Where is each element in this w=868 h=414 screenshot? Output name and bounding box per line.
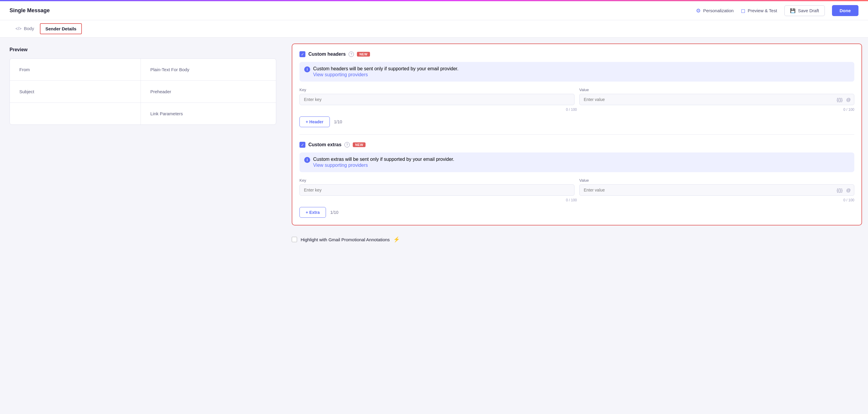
extras-value-input-icons: {{}} @	[836, 187, 851, 193]
save-icon: 💾	[790, 8, 796, 13]
gmail-promo-checkbox[interactable]	[292, 237, 297, 242]
view-supporting-providers-extras-link[interactable]: View supporting providers	[313, 162, 454, 168]
headers-key-group: Key	[300, 88, 575, 105]
headers-curly-braces-button[interactable]: {{}}	[836, 96, 843, 103]
app-title: Single Message	[9, 7, 50, 14]
info-icon-headers: i	[304, 66, 310, 72]
preview-test-button[interactable]: ◻ Preview & Test	[741, 7, 777, 14]
headers-value-input-icons: {{}} @	[836, 96, 851, 103]
preview-row-from: From Plain-Text For Body	[10, 59, 276, 81]
headers-value-group: Value {{}} @	[579, 88, 854, 105]
preview-plaintext-label: Plain-Text For Body	[141, 59, 276, 81]
custom-extras-title: Custom extras	[308, 142, 341, 147]
preview-subject-label: Subject	[10, 81, 141, 102]
personalization-button[interactable]: ⚙ Personalization	[696, 7, 734, 14]
headers-value-input-wrap: {{}} @	[579, 94, 854, 105]
left-panel: Preview From Plain-Text For Body Subject…	[0, 37, 286, 413]
extras-value-char-count: 0 / 100	[577, 198, 854, 202]
headers-value-input[interactable]	[579, 94, 854, 105]
custom-extras-checkbox[interactable]: ✓	[300, 142, 305, 148]
extras-key-label: Key	[300, 178, 575, 183]
headers-key-label: Key	[300, 88, 575, 92]
extras-key-input-wrap	[300, 184, 575, 196]
custom-extras-fields: Key Value {{}} @	[300, 178, 854, 196]
code-icon: </>	[16, 26, 22, 31]
extras-add-count: 1/10	[331, 210, 338, 215]
preview-empty-left	[10, 103, 141, 124]
extras-value-group: Value {{}} @	[579, 178, 854, 196]
gear-icon: ⚙	[696, 7, 701, 14]
custom-headers-info-banner: i Custom headers will be sent only if su…	[300, 62, 854, 82]
custom-extras-info-banner: i Custom extras will be sent only if sup…	[300, 152, 854, 172]
extras-curly-braces-button[interactable]: {{}}	[836, 187, 843, 193]
custom-headers-section: ✓ Custom headers ? NEW i Custom headers …	[300, 51, 854, 127]
tab-body[interactable]: </> Body	[9, 21, 40, 37]
custom-headers-new-badge: NEW	[357, 52, 370, 57]
custom-extras-footer: + Extra 1/10	[300, 207, 854, 218]
custom-extras-help-icon[interactable]: ?	[344, 142, 350, 147]
custom-headers-title: Custom headers	[308, 52, 346, 57]
main-content: Preview From Plain-Text For Body Subject…	[0, 37, 868, 413]
custom-extras-header: ✓ Custom extras ? NEW	[300, 142, 854, 148]
gmail-promo-label: Highlight with Gmail Promotional Annotat…	[301, 237, 390, 242]
headers-key-char-count: 0 / 100	[300, 108, 577, 112]
done-button[interactable]: Done	[832, 5, 859, 16]
section-divider	[300, 134, 854, 135]
preview-row-subject: Subject Preheader	[10, 81, 276, 103]
headers-key-input[interactable]	[300, 94, 575, 105]
headers-value-char-count: 0 / 100	[577, 108, 854, 112]
add-extra-button[interactable]: + Extra	[300, 207, 326, 218]
monitor-icon: ◻	[741, 7, 745, 14]
extras-key-char-count: 0 / 100	[300, 198, 577, 202]
right-panel: ✓ Custom headers ? NEW i Custom headers …	[286, 37, 868, 413]
custom-box: ✓ Custom headers ? NEW i Custom headers …	[292, 43, 862, 226]
custom-headers-footer: + Header 1/10	[300, 116, 854, 127]
custom-extras-section: ✓ Custom extras ? NEW i Custom extras wi…	[300, 142, 854, 218]
info-text-headers: Custom headers will be sent only if supp…	[313, 66, 458, 78]
custom-headers-help-icon[interactable]: ?	[348, 52, 354, 57]
preview-row-link: Link Parameters	[10, 103, 276, 124]
add-header-button[interactable]: + Header	[300, 116, 330, 127]
custom-headers-header: ✓ Custom headers ? NEW	[300, 51, 854, 57]
extras-value-input[interactable]	[579, 184, 854, 196]
info-icon-extras: i	[304, 157, 310, 163]
bottom-section: Highlight with Gmail Promotional Annotat…	[292, 231, 862, 243]
tab-sender-details[interactable]: Sender Details	[40, 23, 82, 34]
app-header: Single Message ⚙ Personalization ◻ Previ…	[0, 1, 868, 20]
headers-key-input-wrap	[300, 94, 575, 105]
headers-add-count: 1/10	[334, 119, 342, 124]
preview-card: From Plain-Text For Body Subject Prehead…	[9, 58, 276, 125]
preview-link-params-label: Link Parameters	[141, 103, 276, 124]
header-actions: ⚙ Personalization ◻ Preview & Test 💾 Sav…	[696, 5, 859, 16]
preview-preheader-label: Preheader	[141, 81, 276, 102]
extras-value-label: Value	[579, 178, 854, 183]
custom-extras-new-badge: NEW	[353, 142, 366, 147]
preview-label: Preview	[9, 47, 276, 52]
save-draft-button[interactable]: 💾 Save Draft	[784, 5, 825, 16]
extras-value-input-wrap: {{}} @	[579, 184, 854, 196]
custom-headers-checkbox[interactable]: ✓	[300, 51, 305, 57]
lightning-icon: ⚡	[393, 236, 400, 243]
extras-key-group: Key	[300, 178, 575, 196]
view-supporting-providers-headers-link[interactable]: View supporting providers	[313, 72, 458, 78]
headers-value-label: Value	[579, 88, 854, 92]
custom-headers-fields: Key Value {{}} @	[300, 88, 854, 105]
preview-from-label: From	[10, 59, 141, 81]
extras-key-input[interactable]	[300, 184, 575, 196]
extras-at-button[interactable]: @	[846, 187, 851, 193]
headers-at-button[interactable]: @	[846, 96, 851, 103]
tabs-bar: </> Body Sender Details	[0, 20, 868, 37]
info-text-extras: Custom extras will be sent only if suppo…	[313, 157, 454, 168]
